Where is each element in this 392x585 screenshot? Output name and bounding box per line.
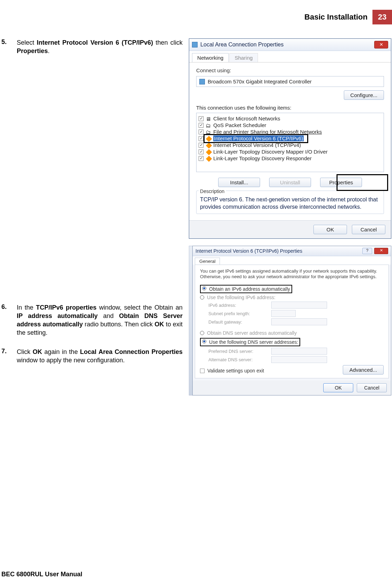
checkbox-icon[interactable]: ✓ xyxy=(199,123,204,128)
help-button[interactable]: ? xyxy=(362,248,372,254)
tab-networking[interactable]: Networking xyxy=(192,53,229,62)
radio-label: Obtain an IPv6 address automatically xyxy=(209,286,290,292)
protocol-icon: 🔶 xyxy=(206,136,211,141)
protocol-icon: 🔶 xyxy=(206,156,211,161)
ipv6-properties-dialog: Internet Protocol Version 6 (TCP/IPv6) P… xyxy=(192,246,391,396)
radio-manual-dns[interactable] xyxy=(202,339,206,343)
step-5: 5. Select Internet Protocol Version 6 (T… xyxy=(1,38,183,55)
dialog-title: Local Area Connection Properties xyxy=(200,42,283,48)
prefix-length-label: Subnet prefix length: xyxy=(208,311,268,316)
description-legend: Description xyxy=(199,188,226,194)
checkbox-icon[interactable]: ✓ xyxy=(199,143,204,148)
step-7: 7. Click OK again in the Local Area Conn… xyxy=(1,348,183,365)
step-number: 5. xyxy=(1,38,17,55)
connect-using-label: Connect using: xyxy=(196,67,384,73)
step-number: 7. xyxy=(1,348,17,365)
alternate-dns-input[interactable] xyxy=(271,356,327,363)
gateway-input xyxy=(271,318,327,325)
cancel-button[interactable]: Cancel xyxy=(352,225,385,234)
connection-items-list[interactable]: ✓🖥Client for Microsoft Networks ✓🗂QoS Pa… xyxy=(196,113,384,172)
step-number: 6. xyxy=(1,303,17,337)
install-button[interactable]: Install... xyxy=(218,178,260,187)
highlight-marker: Use the following DNS server addresses: xyxy=(200,338,300,346)
ipv6-address-label: IPv6 address: xyxy=(208,303,268,308)
dialog-title: Internet Protocol Version 6 (TCP/IPv6) P… xyxy=(195,248,302,254)
tab-general[interactable]: General xyxy=(195,258,220,265)
dialog-titlebar[interactable]: Internet Protocol Version 6 (TCP/IPv6) P… xyxy=(193,246,391,256)
radio-auto-dns[interactable] xyxy=(200,331,204,335)
checkbox-icon[interactable]: ✓ xyxy=(199,129,204,134)
service-icon: 🗂 xyxy=(206,123,211,128)
checkbox-icon[interactable]: ✓ xyxy=(199,149,204,154)
close-button[interactable]: ✕ xyxy=(374,248,388,254)
document-footer: BEC 6800RUL User Manual xyxy=(1,571,82,578)
step-text: Click OK again in the Local Area Connect… xyxy=(17,348,183,365)
step-text: Select Internet Protocol Version 6 (TCP/… xyxy=(17,38,183,55)
list-item[interactable]: ✓🔶Link-Layer Topology Discovery Mapper I… xyxy=(198,148,382,155)
ok-button[interactable]: OK xyxy=(313,225,347,234)
list-item-selected[interactable]: ✓🔶Internet Protocol Version 6 (TCP/IPv6) xyxy=(198,135,382,142)
radio-label: Obtain DNS server address automatically xyxy=(207,330,297,336)
radio-label: Use the following IPv6 address: xyxy=(207,295,275,300)
items-label: This connection uses the following items… xyxy=(196,105,384,111)
preferred-dns-label: Preferred DNS server: xyxy=(208,349,268,354)
list-item[interactable]: ✓🔶Link-Layer Topology Discovery Responde… xyxy=(198,155,382,162)
list-item[interactable]: ✓🗂QoS Packet Scheduler xyxy=(198,122,382,128)
info-text: You can get IPv6 settings assigned autom… xyxy=(200,268,384,280)
radio-auto-address[interactable] xyxy=(202,286,206,290)
checkbox-icon[interactable]: ✓ xyxy=(199,156,204,161)
list-item[interactable]: ✓🔶Internet Protocol Version4 (TCP/IPv4) xyxy=(198,142,382,148)
highlight-marker: Obtain an IPv6 address automatically xyxy=(200,285,292,293)
dialog-tabs: Networking Sharing xyxy=(189,51,391,62)
section-title: Basic Installation xyxy=(304,13,368,22)
description-text: TCP/IP version 6. The next-genetion vers… xyxy=(200,196,380,211)
validate-label: Validate settings upon exit xyxy=(207,368,264,373)
adapter-icon xyxy=(199,79,205,84)
checkbox-icon[interactable]: ✓ xyxy=(199,116,204,121)
page-header: Basic Installation 23 xyxy=(304,10,392,24)
radio-label: Use the following DNS server addresses: xyxy=(209,339,298,345)
tab-sharing[interactable]: Sharing xyxy=(229,53,258,62)
service-icon: 🗂 xyxy=(206,129,211,135)
uninstall-button: Uninstall xyxy=(269,178,311,187)
protocol-icon: 🔶 xyxy=(206,149,211,155)
protocol-icon: 🔶 xyxy=(206,142,211,148)
list-item[interactable]: ✓🗂File and Printer Sharing for Microsoft… xyxy=(198,128,382,135)
checkbox-icon[interactable]: ✓ xyxy=(199,136,204,141)
advanced-button[interactable]: Advanced... xyxy=(343,365,384,375)
configure-button[interactable]: Configure... xyxy=(344,90,384,100)
dialog-titlebar[interactable]: Local Area Connection Properties ✕ xyxy=(189,39,391,51)
description-group: Description TCP/IP version 6. The next-g… xyxy=(196,191,384,214)
ok-button[interactable]: OK xyxy=(323,383,353,392)
adapter-field[interactable]: Broadcom 570x Gigabit Integrated Control… xyxy=(196,76,384,87)
close-button[interactable]: ✕ xyxy=(374,41,388,49)
gateway-label: Default gateway: xyxy=(208,319,268,325)
step-6: 6. In the TCP/IPv6 properties window, se… xyxy=(1,303,183,337)
adapter-name: Broadcom 570x Gigabit Integrated Control… xyxy=(208,79,312,84)
step-text: In the TCP/IPv6 properties window, selec… xyxy=(17,303,183,337)
page-number-badge: 23 xyxy=(372,10,392,24)
prefix-length-input xyxy=(271,310,296,317)
local-area-connection-dialog: Local Area Connection Properties ✕ Netwo… xyxy=(189,38,391,239)
validate-checkbox[interactable] xyxy=(200,369,205,373)
client-icon: 🖥 xyxy=(206,116,211,121)
ipv6-address-input xyxy=(271,302,327,309)
network-icon xyxy=(192,42,198,47)
alternate-dns-label: Alternate DNS server: xyxy=(208,357,268,362)
properties-button[interactable]: Properties xyxy=(320,178,362,187)
preferred-dns-input[interactable] xyxy=(271,348,327,355)
cancel-button[interactable]: Cancel xyxy=(357,383,387,392)
list-item[interactable]: ✓🖥Client for Microsoft Networks xyxy=(198,115,382,122)
background-window-sliver xyxy=(189,246,192,396)
radio-manual-address[interactable] xyxy=(200,295,204,299)
